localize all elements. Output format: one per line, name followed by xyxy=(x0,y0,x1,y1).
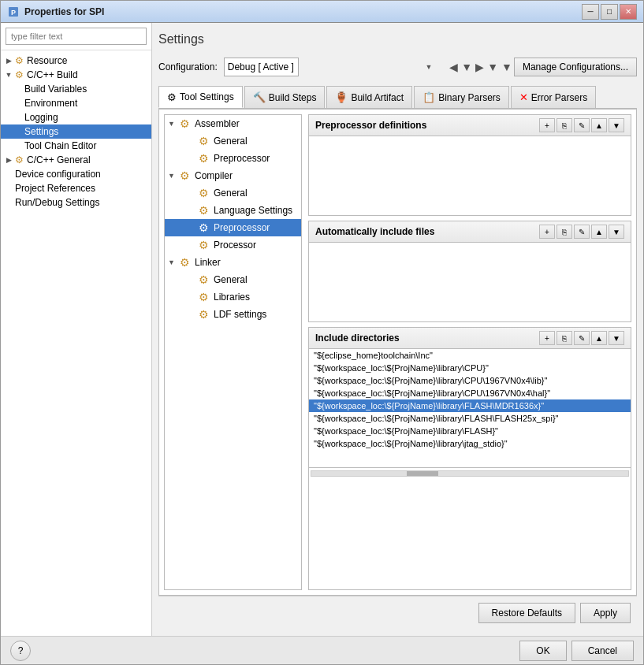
up-preproc-btn[interactable]: ▲ xyxy=(591,118,607,132)
tool-tree-ldf-settings[interactable]: ⚙ LDF settings xyxy=(165,306,301,323)
tool-tree-linker[interactable]: ▼ ⚙ Linker xyxy=(165,254,301,271)
tab-binary-parsers[interactable]: 📋 Binary Parsers xyxy=(414,86,509,108)
tab-build-steps[interactable]: 🔨 Build Steps xyxy=(244,86,326,108)
manage-configurations-button[interactable]: Manage Configurations... xyxy=(514,58,637,76)
linker-icon: ⚙ xyxy=(177,255,192,269)
ok-button[interactable]: OK xyxy=(519,641,566,661)
compiler-icon: ⚙ xyxy=(177,169,192,183)
tab-tool-settings[interactable]: ⚙ Tool Settings xyxy=(158,86,243,108)
back-arrow[interactable]: ◀ xyxy=(448,61,460,73)
section-title: Automatically include files xyxy=(315,226,434,237)
tree-item-resource[interactable]: ▶ ⚙ Resource xyxy=(1,54,151,68)
maximize-button[interactable]: □ xyxy=(601,4,618,20)
tool-tree-assembler[interactable]: ▼ ⚙ Assembler xyxy=(165,115,301,132)
tool-tree-asm-preproc[interactable]: ⚙ Preprocessor xyxy=(165,150,301,167)
tool-tree-link-general[interactable]: ⚙ General xyxy=(165,271,301,288)
edit-autoinclude-btn[interactable]: ✎ xyxy=(574,225,590,239)
add-preproc-btn[interactable]: + xyxy=(539,118,555,132)
tool-tree-asm-general[interactable]: ⚙ General xyxy=(165,132,301,150)
section-title: Include directories xyxy=(315,332,400,344)
cancel-button[interactable]: Cancel xyxy=(571,641,634,661)
close-button[interactable]: ✕ xyxy=(620,4,637,20)
tab-error-parsers[interactable]: ✕ Error Parsers xyxy=(511,86,596,108)
tree-item-logging[interactable]: Logging xyxy=(1,110,151,124)
down-includedir-btn[interactable]: ▼ xyxy=(609,331,624,345)
preprocessor-definitions-section: Preprocessor definitions + ⎘ ✎ ▲ ▼ xyxy=(308,114,631,216)
horizontal-scrollbar[interactable] xyxy=(309,467,631,478)
tree-item-settings[interactable]: Settings xyxy=(1,124,151,139)
copy-autoinclude-btn[interactable]: ⎘ xyxy=(557,225,572,239)
edit-includedir-btn[interactable]: ✎ xyxy=(574,331,590,345)
section-toolbar: + ⎘ ✎ ▲ ▼ xyxy=(539,331,624,345)
help-button[interactable]: ? xyxy=(10,641,31,661)
copy-includedir-btn[interactable]: ⎘ xyxy=(557,331,572,345)
expand-icon xyxy=(13,113,23,122)
tree-item-cpp-build[interactable]: ▼ ⚙ C/C++ Build xyxy=(1,68,151,82)
include-dir-item[interactable]: "${workspace_loc:\${ProjName}\library\FL… xyxy=(309,412,631,425)
include-dir-item[interactable]: "${workspace_loc:\${ProjName}\library\FL… xyxy=(309,425,631,437)
filter-input[interactable] xyxy=(6,28,147,45)
tabs-row: ⚙ Tool Settings 🔨 Build Steps 🏺 Build Ar… xyxy=(158,86,637,109)
minimize-button[interactable]: ─ xyxy=(582,4,599,20)
edit-preproc-btn[interactable]: ✎ xyxy=(574,118,590,132)
auto-include-content xyxy=(309,243,631,321)
tool-tree-comp-preproc[interactable]: ⚙ Preprocessor xyxy=(165,219,301,236)
tree-item-environment[interactable]: Environment xyxy=(1,96,151,110)
tool-tree-lang-settings[interactable]: ⚙ Language Settings xyxy=(165,202,301,219)
error-parsers-icon: ✕ xyxy=(519,91,528,103)
tree-item-project-refs[interactable]: Project References xyxy=(1,181,151,195)
item-label: Settings xyxy=(24,126,58,137)
tool-tree-processor[interactable]: ⚙ Processor xyxy=(165,236,301,254)
footer-bar: ? OK Cancel xyxy=(1,636,643,664)
add-autoinclude-btn[interactable]: + xyxy=(539,225,555,239)
include-dirs-list: "${eclipse_home}toolchain\Inc""${workspa… xyxy=(309,349,631,450)
tt-label: LDF settings xyxy=(214,309,266,320)
up-autoinclude-btn[interactable]: ▲ xyxy=(591,225,607,239)
tt-label: General xyxy=(214,188,248,199)
tab-label: Tool Settings xyxy=(180,91,234,102)
include-dir-item[interactable]: "${workspace_loc:\${ProjName}\library\CP… xyxy=(309,362,631,374)
section-header: Automatically include files + ⎘ ✎ ▲ ▼ xyxy=(309,221,631,243)
item-label: C/C++ General xyxy=(27,154,91,165)
restore-defaults-button[interactable]: Restore Defaults xyxy=(478,603,575,623)
tree-item-device-config[interactable]: Device configuration xyxy=(1,167,151,181)
tree-item-cpp-general[interactable]: ▶ ⚙ C/C++ General xyxy=(1,153,151,167)
tool-tree-comp-general[interactable]: ⚙ General xyxy=(165,184,301,202)
tt-label: Preprocessor xyxy=(214,222,270,233)
tree-item-run-debug[interactable]: Run/Debug Settings xyxy=(1,195,151,210)
tt-label: General xyxy=(214,274,248,285)
forward-arrow[interactable]: ▶ xyxy=(474,61,486,73)
include-dir-item[interactable]: "${workspace_loc:\${ProjName}\library\jt… xyxy=(309,437,631,450)
build-steps-icon: 🔨 xyxy=(253,91,266,103)
tab-build-artifact[interactable]: 🏺 Build Artifact xyxy=(326,86,412,108)
expand-icon xyxy=(13,141,23,150)
tool-tree-libraries[interactable]: ⚙ Libraries xyxy=(165,288,301,306)
down-preproc-btn[interactable]: ▼ xyxy=(609,118,624,132)
expand-icon: ▼ xyxy=(168,120,176,128)
include-dir-item[interactable]: "${eclipse_home}toolchain\Inc" xyxy=(309,349,631,362)
tool-tree-compiler[interactable]: ▼ ⚙ Compiler xyxy=(165,167,301,184)
include-dir-item[interactable]: "${workspace_loc:\${ProjName}\library\FL… xyxy=(309,399,631,412)
add-includedir-btn[interactable]: + xyxy=(539,331,555,345)
down-autoinclude-btn[interactable]: ▼ xyxy=(609,225,624,239)
item-label: C/C++ Build xyxy=(27,69,78,80)
tree-item-build-vars[interactable]: Build Variables xyxy=(1,82,151,96)
tree-item-toolchain-editor[interactable]: Tool Chain Editor xyxy=(1,139,151,153)
svg-text:P: P xyxy=(11,9,16,17)
include-dir-item[interactable]: "${workspace_loc:\${ProjName}\library\CP… xyxy=(309,387,631,399)
config-select[interactable]: Debug [ Active ] xyxy=(224,58,299,76)
tool-settings-icon: ⚙ xyxy=(167,91,177,103)
forward-dropdown-arrow[interactable]: ▼ xyxy=(486,61,500,73)
copy-preproc-btn[interactable]: ⎘ xyxy=(557,118,572,132)
up-includedir-btn[interactable]: ▲ xyxy=(591,331,607,345)
item-label: Project References xyxy=(15,183,95,194)
comp-preproc-icon: ⚙ xyxy=(196,221,210,235)
item-icon: ⚙ xyxy=(15,154,24,165)
include-dir-item[interactable]: "${workspace_loc:\${ProjName}\library\CP… xyxy=(309,374,631,387)
menu-arrow[interactable]: ▼ xyxy=(500,61,514,73)
expand-icon: ▶ xyxy=(4,56,13,65)
dropdown-arrow[interactable]: ▼ xyxy=(460,61,474,73)
lang-settings-icon: ⚙ xyxy=(196,203,210,217)
apply-button[interactable]: Apply xyxy=(580,603,631,623)
tt-label: Linker xyxy=(195,257,221,268)
